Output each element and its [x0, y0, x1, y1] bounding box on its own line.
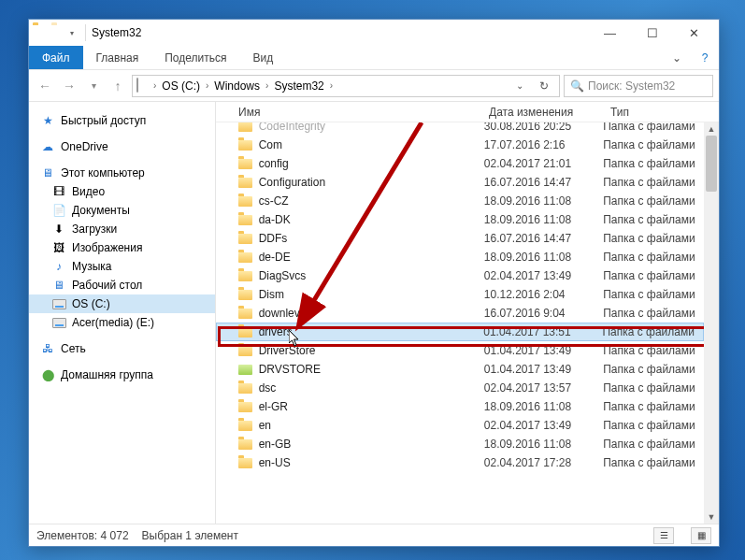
column-type[interactable]: Тип [610, 106, 713, 119]
sidebar-downloads[interactable]: ⬇Загрузки [29, 220, 215, 238]
back-button[interactable]: ← [35, 76, 55, 96]
file-date: 16.07.2016 14:47 [484, 232, 603, 245]
table-row[interactable]: config02.04.2017 21:01Папка с файлами [216, 154, 704, 173]
folder-icon [238, 156, 253, 171]
table-row[interactable]: Com17.07.2016 2:16Папка с файлами [216, 136, 704, 154]
crumb-0[interactable]: OS (C:) [158, 79, 204, 93]
qat-dropdown-icon[interactable]: ▾ [70, 29, 74, 37]
refresh-icon[interactable]: ↻ [533, 79, 555, 93]
table-row[interactable]: DRVSTORE01.04.2017 13:49Папка с файлами [216, 360, 704, 379]
table-row[interactable]: en-GB18.09.2016 11:08Папка с файлами [216, 435, 704, 453]
file-name: en [259, 419, 484, 432]
sidebar-item-label: Документы [72, 204, 130, 217]
titlebar: ▾ System32 — ☐ ✕ [29, 20, 719, 46]
table-row[interactable]: en02.04.2017 13:49Папка с файлами [216, 416, 704, 435]
file-date: 30.08.2016 20:25 [484, 122, 603, 133]
chevron-right-icon[interactable]: › [265, 80, 268, 91]
sidebar-network[interactable]: 🖧Сеть [29, 339, 215, 358]
folder-icon [33, 25, 48, 40]
file-type: Папка с файлами [603, 232, 704, 245]
status-bar: Элементов: 4 072 Выбран 1 элемент ☰ ▦ [29, 524, 719, 546]
sidebar-thispc[interactable]: 🖥 Этот компьютер [29, 164, 215, 182]
sidebar-video[interactable]: 🎞Видео [29, 182, 215, 201]
scroll-up-icon[interactable]: ▲ [704, 122, 719, 136]
table-row[interactable]: da-DK18.09.2016 11:08Папка с файлами [216, 210, 704, 229]
tab-share[interactable]: Поделиться [151, 46, 239, 69]
sidebar-documents[interactable]: 📄Документы [29, 201, 215, 220]
sidebar-music[interactable]: ♪Музыка [29, 257, 215, 276]
download-icon: ⬇ [51, 222, 66, 237]
qat-slot[interactable] [51, 25, 66, 40]
sidebar-drive-c[interactable]: OS (C:) [29, 294, 215, 313]
table-row[interactable]: de-DE18.09.2016 11:08Папка с файлами [216, 248, 704, 266]
chevron-right-icon[interactable]: › [330, 80, 333, 91]
sidebar-images[interactable]: 🖼Изображения [29, 238, 215, 257]
crumb-2[interactable]: System32 [270, 79, 327, 93]
tab-file[interactable]: Файл [29, 46, 83, 69]
folder-icon [238, 381, 253, 395]
sidebar-item-label: Загрузки [72, 223, 117, 236]
table-row[interactable]: Configuration16.07.2016 14:47Папка с фай… [216, 173, 704, 192]
thumbnails-view-button[interactable]: ▦ [691, 527, 711, 544]
tab-home[interactable]: Главная [83, 46, 152, 69]
table-row[interactable]: Dism10.12.2016 2:04Папка с файлами [216, 285, 704, 304]
minimize-button[interactable]: — [589, 20, 631, 46]
vertical-scrollbar[interactable]: ▲ ▼ [704, 122, 719, 524]
file-date: 02.04.2017 13:49 [484, 269, 603, 282]
column-date[interactable]: Дата изменения [489, 106, 610, 119]
file-type: Папка с файлами [603, 269, 704, 282]
crumb-1[interactable]: Windows [210, 79, 264, 93]
status-selection: Выбран 1 элемент [142, 529, 238, 542]
chevron-right-icon[interactable]: › [206, 80, 208, 91]
table-row[interactable]: el-GR18.09.2016 11:08Папка с файлами [216, 397, 704, 416]
file-date: 18.09.2016 11:08 [484, 213, 603, 226]
search-icon: 🔍 [570, 79, 584, 93]
sidebar-homegroup[interactable]: ⬤Домашняя группа [29, 366, 215, 384]
folder-icon [238, 268, 253, 283]
table-row[interactable]: CodeIntegrity30.08.2016 20:25Папка с фай… [216, 122, 704, 136]
breadcrumb[interactable]: › OS (C:) › Windows › System32 › ⌄ ↻ [132, 75, 560, 97]
file-date: 16.07.2016 14:47 [484, 176, 603, 189]
search-placeholder: Поиск: System32 [588, 79, 675, 93]
file-name: en-US [259, 456, 484, 469]
chevron-right-icon[interactable]: › [153, 80, 156, 91]
table-row[interactable]: cs-CZ18.09.2016 11:08Папка с файлами [216, 192, 704, 210]
table-row[interactable]: DDFs16.07.2016 14:47Папка с файлами [216, 229, 704, 248]
table-row[interactable]: downlevel16.07.2016 9:04Папка с файлами [216, 304, 704, 323]
help-icon[interactable]: ? [691, 46, 719, 69]
recent-dropdown-icon[interactable]: ▾ [83, 76, 104, 96]
sidebar-item-label: Быстрый доступ [61, 114, 146, 127]
close-button[interactable]: ✕ [673, 20, 715, 46]
table-row[interactable]: en-US02.04.2017 17:28Папка с файлами [216, 453, 704, 472]
folder-icon [238, 122, 253, 134]
up-button[interactable]: ↑ [107, 76, 128, 96]
file-type: Папка с файлами [603, 176, 704, 189]
forward-button[interactable]: → [59, 76, 79, 96]
maximize-button[interactable]: ☐ [631, 20, 673, 46]
column-name[interactable]: Имя [238, 106, 489, 119]
file-type: Папка с файлами [603, 344, 704, 357]
sidebar-desktop[interactable]: 🖥Рабочий стол [29, 276, 215, 294]
details-view-button[interactable]: ☰ [653, 527, 674, 544]
sidebar-onedrive[interactable]: ☁ OneDrive [29, 137, 215, 156]
table-row[interactable]: DriverStore01.04.2017 13:49Папка с файла… [216, 341, 704, 360]
address-dropdown-icon[interactable]: ⌄ [509, 80, 531, 91]
scroll-thumb[interactable] [706, 136, 717, 192]
sidebar-item-label: OS (C:) [72, 297, 110, 310]
table-row[interactable]: dsc02.04.2017 13:57Папка с файлами [216, 379, 704, 397]
status-item-count: Элементов: 4 072 [36, 529, 129, 542]
file-type: Папка с файлами [603, 456, 704, 469]
sidebar-quick-access[interactable]: ★ Быстрый доступ [29, 111, 215, 130]
tab-view[interactable]: Вид [239, 46, 286, 69]
file-name: config [259, 157, 484, 170]
file-name: drivers [259, 325, 484, 338]
table-row[interactable]: DiagSvcs02.04.2017 13:49Папка с файлами [216, 266, 704, 285]
scroll-down-icon[interactable]: ▼ [704, 510, 719, 524]
ribbon-expand-icon[interactable]: ⌄ [663, 46, 691, 69]
search-input[interactable]: 🔍 Поиск: System32 [564, 75, 713, 97]
sidebar-drive-e[interactable]: Acer(media) (E:) [29, 313, 215, 332]
file-date: 17.07.2016 2:16 [484, 138, 603, 151]
table-row[interactable]: drivers01.04.2017 13:51Папка с файлами [216, 323, 704, 341]
file-type: Папка с файлами [603, 138, 704, 151]
sidebar-item-label: Домашняя группа [61, 368, 153, 381]
